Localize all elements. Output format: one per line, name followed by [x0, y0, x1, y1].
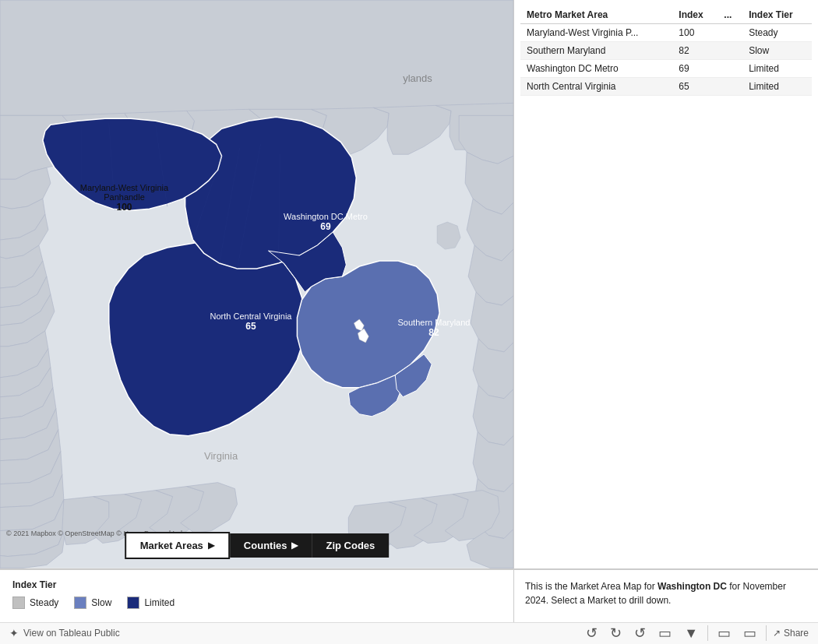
data-table: Metro Market Area Index ... Index Tier M… — [520, 6, 812, 96]
table-row[interactable]: North Central Virginia 65 Limited — [520, 78, 812, 96]
view-on-tableau-label: View on Tableau Public — [23, 628, 120, 639]
legend-label: Slow — [91, 597, 111, 608]
redo-button[interactable]: ↻ — [607, 623, 625, 643]
legend-item: Slow — [74, 596, 111, 609]
tableau-icon: ✦ — [9, 627, 19, 639]
info-text1: This is the Market Area Map for — [525, 581, 658, 592]
map-svg: ylands — [0, 0, 513, 568]
cell-area: Washington DC Metro — [520, 60, 672, 78]
legend-title: Index Tier — [12, 579, 501, 590]
cell-dot — [718, 24, 742, 42]
table-header-row: Metro Market Area Index ... Index Tier — [520, 6, 812, 24]
market-areas-arrow: ▶ — [208, 540, 214, 551]
toolbar-divider-2 — [766, 625, 767, 641]
counties-button[interactable]: Counties ▶ — [230, 533, 312, 558]
legend-swatch — [74, 596, 86, 609]
cell-area: Southern Maryland — [520, 42, 672, 60]
layout-btn2[interactable]: ▼ — [681, 624, 701, 643]
col-area: Metro Market Area — [520, 6, 672, 24]
svg-text:ylands: ylands — [403, 72, 432, 84]
zip-codes-button[interactable]: Zip Codes — [312, 533, 389, 558]
toolbar-right: ↺ ↻ ↺ ▭ ▼ ▭ ▭ ↗ Share — [583, 623, 809, 643]
legend-container: Index Tier Steady Slow Limited — [0, 570, 514, 622]
share-button[interactable]: ↗ Share — [773, 628, 809, 639]
table-container: Metro Market Area Index ... Index Tier M… — [514, 0, 818, 568]
table-row[interactable]: Washington DC Metro 69 Limited — [520, 60, 812, 78]
cell-index: 82 — [672, 42, 718, 60]
legend-label: Limited — [144, 597, 175, 608]
download-button[interactable]: ▭ — [714, 623, 734, 643]
legend-swatch — [127, 596, 139, 609]
cell-tier: Limited — [742, 78, 812, 96]
col-dot: ... — [718, 6, 742, 24]
undo-button[interactable]: ↺ — [583, 623, 601, 643]
col-tier: Index Tier — [742, 6, 812, 24]
tableau-public-link[interactable]: ✦ View on Tableau Public — [9, 627, 120, 639]
cell-tier: Steady — [742, 24, 812, 42]
cell-area: Maryland-West Virginia P... — [520, 24, 672, 42]
table-row[interactable]: Southern Maryland 82 Slow — [520, 42, 812, 60]
cell-index: 65 — [672, 78, 718, 96]
toolbar: ✦ View on Tableau Public ↺ ↻ ↺ ▭ ▼ ▭ ▭ ↗… — [0, 622, 818, 644]
cell-dot — [718, 60, 742, 78]
cell-index: 69 — [672, 60, 718, 78]
top-section: ylands Maryland-West Virginia Panhandle … — [0, 0, 818, 569]
fullscreen-button[interactable]: ▭ — [740, 623, 760, 643]
info-bold: Washington DC — [658, 581, 727, 592]
map-container: ylands Maryland-West Virginia Panhandle … — [0, 0, 514, 568]
toolbar-divider — [707, 625, 708, 641]
map-buttons: Market Areas ▶ Counties ▶ Zip Codes — [125, 532, 390, 559]
market-areas-button[interactable]: Market Areas ▶ — [125, 532, 230, 559]
cell-dot — [718, 78, 742, 96]
share-icon: ↗ — [773, 628, 781, 639]
cell-dot — [718, 42, 742, 60]
legend-items: Steady Slow Limited — [12, 596, 501, 609]
legend-item: Limited — [127, 596, 175, 609]
counties-arrow: ▶ — [291, 540, 298, 551]
share-label: Share — [784, 628, 809, 639]
table-body: Maryland-West Virginia P... 100 Steady S… — [520, 24, 812, 96]
legend-item: Steady — [12, 596, 58, 609]
cell-index: 100 — [672, 24, 718, 42]
cell-area: North Central Virginia — [520, 78, 672, 96]
cell-tier: Slow — [742, 42, 812, 60]
info-container: This is the Market Area Map for Washingt… — [514, 570, 818, 622]
legend-label: Steady — [30, 597, 58, 608]
main-container: ylands Maryland-West Virginia Panhandle … — [0, 0, 818, 644]
back-button[interactable]: ↺ — [631, 623, 649, 643]
legend-swatch — [12, 596, 25, 609]
bottom-section: Index Tier Steady Slow Limited This is t… — [0, 569, 818, 622]
cell-tier: Limited — [742, 60, 812, 78]
col-index: Index — [672, 6, 718, 24]
layout-button[interactable]: ▭ — [655, 623, 675, 643]
table-row[interactable]: Maryland-West Virginia P... 100 Steady — [520, 24, 812, 42]
svg-marker-1 — [0, 1, 513, 116]
